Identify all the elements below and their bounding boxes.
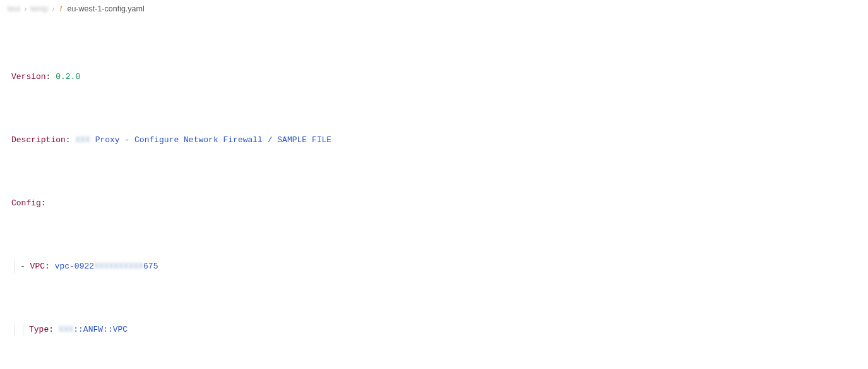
code-line[interactable]: - VPC: vpc-0922XXXXXXXXXX675 — [11, 260, 868, 273]
yaml-key: Config — [11, 198, 41, 208]
yaml-value: Proxy - Configure Network Firewall / SAM… — [90, 135, 331, 145]
breadcrumb-sep-2: › — [52, 3, 54, 15]
breadcrumb-filename[interactable]: eu-west-1-config.yaml — [67, 3, 144, 15]
redacted-text: XXX — [75, 135, 90, 145]
yaml-key: VPC — [30, 262, 45, 271]
yaml-value: ::ANFW::VPC — [73, 325, 128, 334]
breadcrumb-seg-1[interactable]: test — [8, 3, 20, 15]
breadcrumb-sep-1: › — [24, 3, 27, 15]
yaml-file-icon: ! — [59, 3, 62, 15]
code-line[interactable]: Type: XXX::ANFW::VPC — [11, 324, 868, 336]
yaml-value: 0.2.0 — [56, 72, 80, 82]
breadcrumb-seg-2[interactable]: temp — [30, 3, 48, 15]
code-line[interactable]: Config: — [11, 197, 868, 210]
redacted-text: XXX — [59, 325, 73, 334]
yaml-value: 675 — [143, 262, 158, 271]
redacted-text: XXXXXXXXXX — [94, 262, 143, 271]
breadcrumb[interactable]: test › temp › ! eu-west-1-config.yaml — [0, 0, 868, 18]
code-line[interactable]: Version: 0.2.0 — [11, 71, 868, 83]
code-editor[interactable]: Version: 0.2.0 Description: XXX Proxy - … — [0, 18, 868, 369]
yaml-value: vpc-0922 — [55, 262, 94, 271]
code-line[interactable]: Description: XXX Proxy - Configure Netwo… — [11, 134, 868, 147]
yaml-key: Description — [11, 135, 66, 145]
yaml-key: Type — [29, 325, 49, 334]
editor-window: test › temp › ! eu-west-1-config.yaml Ve… — [0, 0, 868, 369]
yaml-key: Version — [11, 72, 46, 82]
